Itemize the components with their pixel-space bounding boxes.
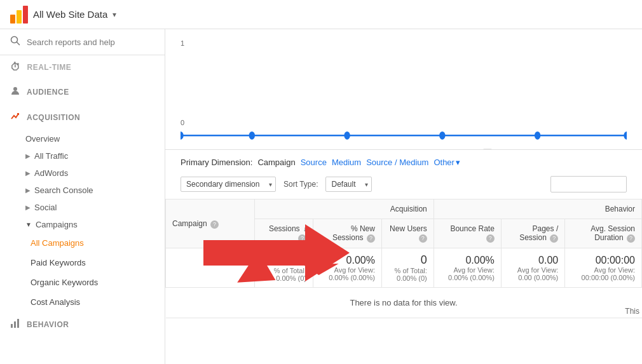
search-icon [10,36,20,48]
sidebar-item-acquisition[interactable]: ACQUISITION [0,105,165,130]
nav-adwords[interactable]: ▶ AdWords [0,165,165,182]
behavior-icon [10,318,20,331]
new-sessions-help-icon[interactable]: ? [367,234,375,243]
other-label: Other [434,158,454,167]
table-wrapper: Campaign ? Acquisition Behavior Sessions [165,199,642,318]
dimension-other[interactable]: Other ▾ [434,158,460,167]
nav-organic-keywords[interactable]: Organic Keywords [0,273,165,292]
svg-point-11 [249,131,255,140]
secondary-dimension-wrapper[interactable]: Secondary dimension [181,177,276,192]
svg-line-4 [17,43,20,45]
table-row-total: 0 % of Total: 0.00% (0) 0.00% Avg for Vi… [166,248,642,288]
svg-rect-7 [14,321,16,328]
chart-svg [181,55,627,144]
new-sessions-pct-cell: 0.00% Avg for View: 0.00% (0.00%) [313,248,381,288]
acquisition-label: ACQUISITION [27,113,80,122]
behavior-section-header: Behavior [434,199,641,219]
sidebar: ⏱ REAL-TIME AUDIENCE ACQUISITION [0,29,165,364]
x-label-3: Aug 24 ▼ [459,148,493,150]
th-avg-session[interactable]: Avg. Session Duration ? [565,219,642,248]
sidebar-item-audience[interactable]: AUDIENCE [0,79,165,105]
svg-point-13 [439,131,445,140]
th-new-sessions[interactable]: % New Sessions ? [313,219,381,248]
site-dropdown-arrow[interactable]: ▾ [113,10,116,19]
main-layout: ⏱ REAL-TIME AUDIENCE ACQUISITION [0,29,642,364]
nav-organic-keywords-label: Organic Keywords [31,278,98,287]
data-table: Campaign ? Acquisition Behavior Sessions [165,199,642,318]
nav-search-console[interactable]: ▶ Search Console [0,182,165,199]
expand-icon: ▶ [25,170,31,177]
th-new-users[interactable]: New Users ? [381,219,434,248]
sort-type-select[interactable]: Default [325,177,372,192]
no-data-row: There is no data for this view. [166,288,642,318]
nav-all-campaigns-label: All Campaigns [31,238,84,248]
avg-session-help-icon[interactable]: ? [627,234,635,243]
dimension-campaign[interactable]: Campaign [257,158,295,167]
expand-icon: ▶ [25,204,31,211]
realtime-label: REAL-TIME [27,63,72,72]
nav-cost-analysis-label: Cost Analysis [31,297,80,307]
nav-cost-analysis[interactable]: Cost Analysis [0,292,165,312]
site-name: All Web Site Data [33,9,107,20]
bounce-rate-help-icon[interactable]: ? [486,234,495,243]
x-label-2: Aug 23 [379,148,401,150]
svg-point-15 [624,131,627,140]
nav-all-traffic[interactable]: ▶ All Traffic [0,147,165,165]
nav-all-campaigns[interactable]: All Campaigns [0,233,165,253]
section-group-row: Campaign ? Acquisition Behavior [166,199,642,219]
audience-icon [10,86,20,98]
table-search-input[interactable] [550,176,627,192]
dimension-source[interactable]: Source [301,158,327,167]
nav-overview[interactable]: Overview [0,130,165,147]
th-sessions[interactable]: Sessions ↓ ? [255,219,313,248]
nav-paid-keywords[interactable]: Paid Keywords [0,253,165,273]
svg-rect-8 [17,319,19,328]
pages-session-cell: 0.00 Avg for View: 0.00 (0.00%) [501,248,564,288]
sessions-help-icon[interactable]: ? [298,234,306,243]
svg-rect-6 [11,324,13,328]
search-input[interactable] [27,37,154,47]
chart-x-labels: ... Aug 22 Aug 23 Aug 24 ▼ Aug 25 [181,145,627,150]
no-data-message: There is no data for this view. [166,288,642,318]
sort-type-label: Sort Type: [283,180,318,189]
nav-social[interactable]: ▶ Social [0,199,165,216]
nav-adwords-label: AdWords [34,168,68,178]
chart-y-top: 1 [181,39,184,47]
dimension-medium[interactable]: Medium [332,158,361,167]
x-label-0: ... [235,148,241,150]
nav-campaigns-label: Campaigns [36,220,78,229]
sort-type-wrapper[interactable]: Default [325,177,372,192]
svg-point-14 [535,131,540,140]
x-label-1: Aug 22 [299,148,321,150]
ga-logo [10,6,28,24]
pages-session-help-icon[interactable]: ? [550,234,558,243]
nav-paid-keywords-label: Paid Keywords [31,258,86,267]
expand-icon: ▼ [25,221,32,228]
sessions-cell: 0 % of Total: 0.00% (0) [255,248,313,288]
primary-dimension-row: Primary Dimension: Campaign Source Mediu… [165,150,642,172]
new-users-help-icon[interactable]: ? [419,234,427,243]
dimension-source-medium[interactable]: Source / Medium [366,158,428,167]
sidebar-item-realtime[interactable]: ⏱ REAL-TIME [0,55,165,79]
content-area: 1 0 ... Aug 22 Aug 23 Aug 24 ▼ Aug [165,29,642,364]
svg-rect-1 [17,10,22,24]
sidebar-item-behavior[interactable]: BEHAVIOR [0,312,165,337]
acquisition-icon [10,111,20,124]
behavior-label: BEHAVIOR [27,320,69,329]
svg-rect-2 [23,6,28,24]
this-label: This [625,307,639,316]
secondary-dimension-select[interactable]: Secondary dimension [181,177,276,192]
campaign-help-icon[interactable]: ? [210,220,219,229]
x-label-4: Aug 25 [550,148,573,150]
nav-search-console-label: Search Console [34,185,93,195]
realtime-icon: ⏱ [10,62,21,73]
svg-point-5 [13,87,17,91]
th-bounce-rate[interactable]: Bounce Rate ? [434,219,501,248]
campaign-section-header: Campaign ? [166,199,255,248]
filters-row: Secondary dimension Sort Type: Default [165,172,642,199]
svg-point-12 [344,131,350,140]
nav-campaigns[interactable]: ▼ Campaigns [0,216,165,233]
th-pages-session[interactable]: Pages / Session ? [501,219,564,248]
top-bar: All Web Site Data ▾ [0,0,642,29]
campaign-cell [166,248,255,288]
